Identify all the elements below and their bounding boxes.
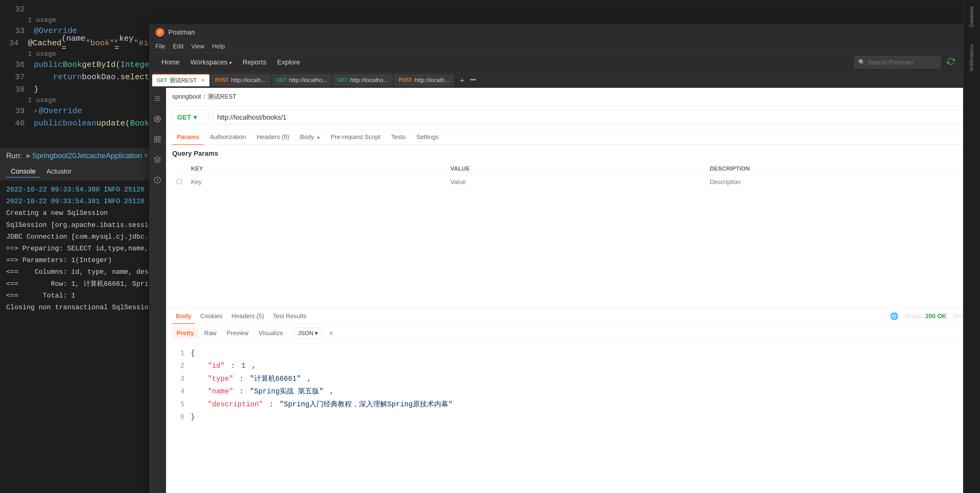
globe-icon: 🌐 bbox=[890, 312, 898, 320]
database-label: Database bbox=[969, 6, 974, 27]
nav-workspaces[interactable]: Workspaces ▾ bbox=[186, 56, 237, 68]
collection-icon-button[interactable] bbox=[151, 93, 164, 107]
body-dot-indicator: ● bbox=[317, 135, 320, 140]
col-description: DESCRIPTION bbox=[705, 162, 965, 176]
code-line: 32 bbox=[0, 3, 320, 15]
format-chevron-icon: ▾ bbox=[315, 330, 318, 337]
svg-rect-7 bbox=[158, 137, 160, 139]
response-body: 1 { 2 "id" : 1 , 3 "type" : bbox=[166, 343, 980, 428]
json-line-1: 1 { bbox=[172, 347, 980, 360]
notifications-label: Notifications bbox=[969, 45, 974, 71]
tab-console[interactable]: Console bbox=[6, 166, 40, 177]
tab-method-get: GET bbox=[276, 77, 286, 83]
search-box[interactable]: 🔍 bbox=[854, 56, 940, 69]
menu-file[interactable]: File bbox=[155, 43, 165, 50]
tab-body[interactable]: Body ● bbox=[296, 130, 325, 145]
resp-body-tab-preview[interactable]: Preview bbox=[223, 327, 253, 339]
tab-more-button[interactable]: ••• bbox=[470, 77, 476, 83]
resp-body-tab-visualize[interactable]: Visualize bbox=[255, 327, 288, 339]
tab-close-icon[interactable]: ✕ bbox=[201, 77, 205, 83]
tab-settings[interactable]: Settings bbox=[412, 130, 443, 145]
run-label: Run: bbox=[6, 152, 22, 160]
environment-icon-button[interactable] bbox=[151, 133, 164, 147]
response-tabs: Body Cookies Headers (5) Test Results 🌐 … bbox=[166, 309, 980, 324]
tab-method-get: GET bbox=[338, 77, 348, 83]
param-checkbox[interactable] bbox=[177, 179, 182, 184]
tabs-bar: GET 测试REST ✕ POST http://localh... GET h… bbox=[149, 72, 980, 88]
svg-rect-6 bbox=[155, 137, 157, 139]
resp-tab-body[interactable]: Body bbox=[172, 309, 195, 324]
tab-authorization[interactable]: Authorization bbox=[205, 130, 250, 145]
col-key: KEY bbox=[186, 162, 446, 176]
resp-tab-test-results[interactable]: Test Results bbox=[269, 309, 310, 324]
tab-method-post: POST bbox=[215, 77, 229, 83]
response-body-tabs: Pretty Raw Preview Visualize JSON ▾ ≡ ⧉ … bbox=[166, 324, 980, 343]
right-sidebar: Database Notifications bbox=[963, 0, 980, 493]
request-area: springboot / 测试REST Save ▾ ••• ✏ ☰ GET ▾ bbox=[166, 88, 980, 493]
format-label: JSON bbox=[298, 330, 313, 337]
filter-icon-button[interactable]: ≡ bbox=[326, 328, 336, 338]
param-value-input[interactable] bbox=[450, 179, 701, 186]
main-content: springboot / 测试REST Save ▾ ••• ✏ ☰ GET ▾ bbox=[149, 88, 980, 493]
tab-post-2[interactable]: POST http://localh... bbox=[394, 74, 454, 86]
menu-help[interactable]: Help bbox=[212, 43, 225, 50]
tab-label: http://localh... bbox=[231, 77, 266, 83]
menu-view[interactable]: View bbox=[191, 43, 205, 50]
param-desc-input[interactable] bbox=[710, 179, 960, 186]
tab-headers[interactable]: Headers (9) bbox=[252, 130, 294, 145]
menu-bar: File Edit View Help bbox=[149, 41, 980, 53]
tab-actuator[interactable]: Actuator bbox=[42, 166, 76, 177]
search-input[interactable] bbox=[867, 59, 929, 66]
breadcrumb-workspace: springboot bbox=[172, 93, 201, 100]
resp-tab-cookies[interactable]: Cookies bbox=[197, 309, 226, 324]
format-selector[interactable]: JSON ▾ bbox=[294, 327, 322, 339]
svg-rect-9 bbox=[155, 140, 157, 142]
svg-text:P: P bbox=[158, 30, 161, 35]
tab-post-1[interactable]: POST http://localh... bbox=[211, 74, 271, 86]
tab-get-rest[interactable]: GET 测试REST ✕ bbox=[152, 74, 210, 86]
request-tabs: Params Authorization Headers (9) Body ● … bbox=[166, 130, 980, 145]
resp-tab-headers[interactable]: Headers (5) bbox=[228, 309, 268, 324]
param-key-input[interactable] bbox=[191, 179, 441, 186]
nav-explore[interactable]: Explore bbox=[273, 56, 305, 68]
tab-label: 测试REST bbox=[169, 77, 197, 85]
tab-add-button[interactable]: ＋ bbox=[455, 75, 469, 85]
tab-tests[interactable]: Tests bbox=[387, 130, 410, 145]
status-badge: Status: 200 OK bbox=[905, 313, 947, 320]
json-line-2: 2 "id" : 1 , bbox=[172, 360, 980, 372]
breadcrumb-separator: / bbox=[203, 93, 205, 100]
api-icon-button[interactable] bbox=[151, 113, 164, 127]
params-area: Query Params KEY VALUE DESCRIPTION ••• B… bbox=[166, 145, 980, 308]
sync-button[interactable] bbox=[945, 56, 957, 69]
breadcrumb: springboot / 测试REST Save ▾ ••• ✏ ☰ bbox=[166, 88, 980, 105]
json-line-3: 3 "type" : "计算机66661" , bbox=[172, 373, 980, 385]
breadcrumb-request: 测试REST bbox=[208, 93, 236, 101]
tab-label: http://localho... bbox=[350, 77, 388, 83]
tab-label: http://localh... bbox=[415, 77, 450, 83]
resp-body-tab-pretty[interactable]: Pretty bbox=[172, 327, 199, 339]
resp-body-tab-raw[interactable]: Raw bbox=[200, 327, 221, 339]
method-selector[interactable]: GET ▾ bbox=[172, 110, 209, 125]
tab-get-3[interactable]: GET http://localho... bbox=[333, 74, 393, 86]
json-line-6: 6 } bbox=[172, 411, 980, 424]
url-bar: GET ▾ Send ▾ bbox=[166, 105, 980, 130]
mock-icon-button[interactable] bbox=[151, 153, 164, 168]
json-line-4: 4 "name" : "Spring实战 第五版" , bbox=[172, 385, 980, 398]
history-icon-button[interactable] bbox=[151, 174, 164, 188]
nav-reports[interactable]: Reports bbox=[238, 56, 271, 68]
col-value: VALUE bbox=[446, 162, 705, 176]
method-chevron-icon: ▾ bbox=[194, 113, 197, 121]
nav-home[interactable]: Home bbox=[157, 56, 184, 68]
tab-pre-request[interactable]: Pre-request Script bbox=[326, 130, 385, 145]
tab-params[interactable]: Params bbox=[172, 130, 204, 145]
tab-get-2[interactable]: GET http://localho... bbox=[272, 74, 331, 86]
nav-bar: Home Workspaces ▾ Reports Explore 🔍 bbox=[149, 53, 980, 72]
menu-edit[interactable]: Edit bbox=[173, 43, 183, 50]
tab-method-post: POST bbox=[399, 77, 412, 83]
tab-method-get: GET bbox=[157, 78, 167, 83]
run-app-button[interactable]: ▶ Springboot20JetcacheApplication ✕ bbox=[27, 152, 148, 160]
method-label: GET bbox=[177, 113, 191, 121]
sidebar-icons bbox=[149, 88, 166, 493]
svg-rect-8 bbox=[158, 140, 160, 142]
url-input[interactable] bbox=[212, 110, 980, 125]
